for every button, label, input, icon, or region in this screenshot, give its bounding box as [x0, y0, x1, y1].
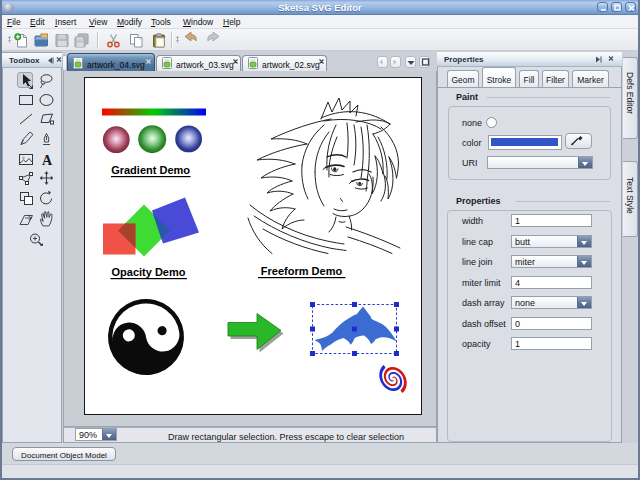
svg-text:Gradient Demo: Gradient Demo [111, 164, 190, 176]
svg-text:A: A [42, 153, 53, 168]
svg-text:Freeform Demo: Freeform Demo [261, 265, 343, 277]
svg-text:Opacity Demo: Opacity Demo [112, 266, 186, 278]
